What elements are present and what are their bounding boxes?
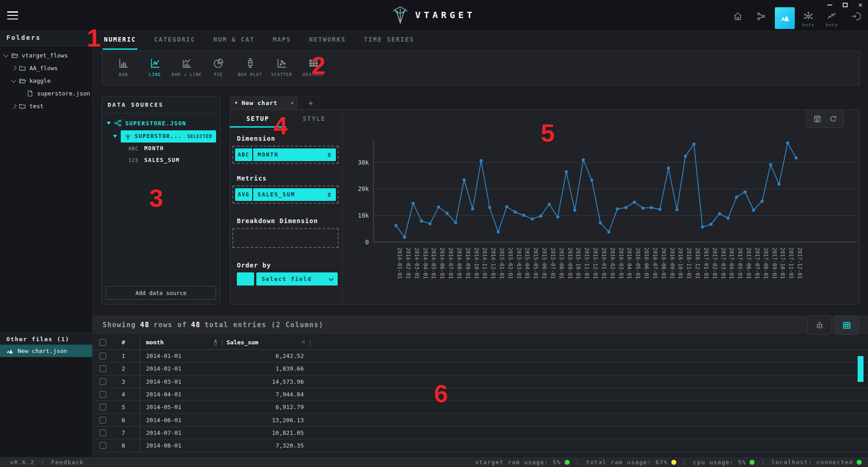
column-month[interactable]: month A| <box>140 335 224 349</box>
sidebar-item-aa-flows[interactable]: AA_flows <box>0 62 92 74</box>
row-checkbox[interactable] <box>99 353 106 359</box>
tab-networks[interactable]: NETWORKS <box>308 30 347 50</box>
svg-text:2017-12-01: 2017-12-01 <box>797 248 803 279</box>
caret-down-icon[interactable] <box>107 122 111 124</box>
sidebar-item-test[interactable]: test <box>0 100 92 112</box>
tab-categoric[interactable]: CATEGORIC <box>153 30 197 50</box>
column-resize-handle[interactable]: | <box>220 339 224 346</box>
status-localhost: localhost: connected <box>771 459 862 466</box>
row-index: 4 <box>114 391 140 398</box>
select-all-checkbox[interactable] <box>99 339 106 346</box>
row-checkbox[interactable] <box>99 391 106 398</box>
flow-icon <box>756 11 767 22</box>
dimension-chip[interactable]: ABC MONTH X <box>235 148 336 161</box>
metrics-dropzone[interactable]: AVG SALES_SUM X <box>232 186 339 204</box>
table-scrollbar-thumb[interactable] <box>858 356 863 382</box>
topbar-charts-button[interactable] <box>775 7 795 29</box>
add-data-source-button[interactable]: Add data source <box>106 286 216 300</box>
order-by-select[interactable]: Select field <box>256 272 338 286</box>
row-checkbox[interactable] <box>99 365 106 372</box>
svg-text:2016-01-01: 2016-01-01 <box>601 248 607 279</box>
chevron-right-icon[interactable] <box>11 65 16 70</box>
feedback-link[interactable]: Feedback <box>51 459 84 466</box>
field-month[interactable]: ABCMONTH <box>102 143 220 154</box>
selected-data-source-chip[interactable]: SUPERSTOR... SELECTED <box>121 130 216 143</box>
close-tab-icon[interactable]: ✕ <box>291 100 294 106</box>
svg-text:2014-09-01: 2014-09-01 <box>465 248 471 279</box>
svg-text:2014-02-01: 2014-02-01 <box>405 248 411 279</box>
refresh-icon[interactable] <box>829 114 838 124</box>
topbar-timeseries-button[interactable]: beta <box>822 7 842 30</box>
save-icon[interactable] <box>813 114 822 124</box>
chart-type-bar[interactable]: BAR <box>109 51 137 85</box>
sidebar-item-superstore-json[interactable]: superstore.json <box>0 87 92 100</box>
table-row[interactable]: 52014-05-016,912.79 <box>93 401 868 414</box>
svg-text:2016-07-01: 2016-07-01 <box>652 248 658 279</box>
tab-num-cat[interactable]: NUM & CAT <box>212 30 256 50</box>
table-row[interactable]: 62014-06-0113,206.13 <box>93 414 868 426</box>
row-checkbox[interactable] <box>99 442 106 449</box>
topbar-network-button[interactable]: beta <box>798 7 818 30</box>
chart-type-line[interactable]: LINE <box>141 51 169 85</box>
table-row[interactable]: 22014-02-011,839.66 <box>93 362 868 375</box>
table-row[interactable]: 32014-03-0114,573.96 <box>93 376 868 388</box>
dimension-dropzone[interactable]: ABC MONTH X <box>232 146 339 164</box>
metric-chip[interactable]: AVG SALES_SUM X <box>235 188 336 201</box>
svg-text:2016-02-01: 2016-02-01 <box>609 248 616 279</box>
svg-text:2017-07-01: 2017-07-01 <box>754 248 760 279</box>
chart-type-box-plot[interactable]: BOX PLOT <box>236 51 264 85</box>
alpha-sort-icon[interactable]: A <box>214 339 217 345</box>
bar-line-chart-icon <box>181 57 193 69</box>
folder-icon <box>19 102 26 110</box>
order-direction-button[interactable] <box>237 272 254 286</box>
row-checkbox[interactable] <box>99 404 106 410</box>
table-view-button[interactable] <box>835 315 859 335</box>
maximize-icon[interactable] <box>842 2 848 8</box>
remove-dimension-icon[interactable]: X <box>327 152 336 158</box>
caret-down-icon[interactable] <box>113 135 117 138</box>
data-source-selected-row[interactable]: SUPERSTOR... SELECTED <box>102 130 220 143</box>
trident-icon <box>125 133 131 139</box>
menu-icon[interactable] <box>7 11 18 19</box>
chevron-right-icon[interactable] <box>11 103 16 108</box>
chevron-down-icon[interactable] <box>3 52 8 57</box>
table-row[interactable]: 42014-04-017,944.84 <box>93 388 868 401</box>
field-sales_sum[interactable]: 123SALES_SUM <box>102 154 220 166</box>
chevron-down-icon[interactable] <box>11 77 16 82</box>
row-checkbox[interactable] <box>99 429 106 436</box>
tab-maps[interactable]: MAPS <box>271 30 292 50</box>
row-checkbox[interactable] <box>99 417 106 424</box>
data-source-root[interactable]: SUPERSTORE.JSON <box>102 116 220 130</box>
sidebar-item-vtarget-flows[interactable]: vtarget_flows <box>0 49 92 62</box>
chart-type-scatter[interactable]: SCATTER <box>268 51 296 85</box>
minimize-icon[interactable] <box>826 2 833 8</box>
remove-metric-icon[interactable]: X <box>327 191 336 198</box>
add-chart-tab-button[interactable]: + <box>301 96 320 110</box>
tab-style[interactable]: STYLE <box>286 110 343 128</box>
tab-numeric[interactable]: NUMERIC <box>103 30 137 50</box>
table-row[interactable]: 12014-01-016,242.52 <box>93 350 868 362</box>
sidebar-item-new-chart[interactable]: New chart.json <box>0 345 92 357</box>
table-row[interactable]: 82014-08-017,320.35 <box>93 439 868 452</box>
topbar-exit-button[interactable] <box>845 7 865 30</box>
chart-tab-new-chart[interactable]: • New chart ✕ <box>230 96 298 110</box>
annotation-number-4: 4 <box>274 113 288 138</box>
column-sales-sum[interactable]: Sales_sum ⌗| <box>224 335 312 349</box>
tab-time-series[interactable]: TIME SERIES <box>363 30 415 50</box>
breakdown-dropzone[interactable] <box>232 228 339 248</box>
table-row[interactable]: 72014-07-0110,821.05 <box>93 427 868 439</box>
close-icon[interactable]: ✕ <box>857 2 863 8</box>
topbar-flow-button[interactable] <box>751 7 771 30</box>
column-resize-handle[interactable]: | <box>308 339 312 346</box>
sidebar-item-kaggle[interactable]: kaggle <box>0 74 92 87</box>
topbar-home-button[interactable] <box>728 7 748 30</box>
order-by-label: Order by <box>230 248 342 272</box>
chart-type-pie[interactable]: PIE <box>204 51 232 85</box>
cell-sales-sum: 13,206.13 <box>224 417 312 424</box>
row-checkbox[interactable] <box>99 378 106 385</box>
svg-text:2017-11-01: 2017-11-01 <box>788 248 794 279</box>
column-index[interactable]: # <box>114 339 140 346</box>
chart-type-bar-line[interactable]: BAR + LINE <box>173 51 201 85</box>
cell-sales-sum: 6,912.79 <box>224 404 312 410</box>
debug-button[interactable] <box>807 315 832 335</box>
